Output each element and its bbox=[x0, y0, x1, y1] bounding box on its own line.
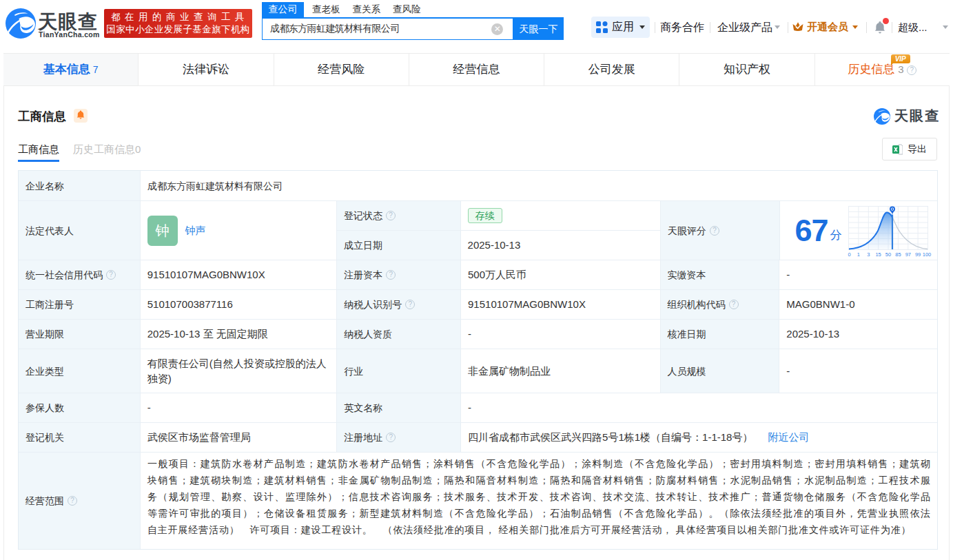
svg-text:100: 100 bbox=[922, 251, 931, 258]
svg-text:50: 50 bbox=[885, 251, 890, 258]
svg-text:85: 85 bbox=[895, 251, 901, 258]
svg-text:15: 15 bbox=[875, 251, 881, 258]
svg-text:99: 99 bbox=[914, 251, 920, 258]
svg-text:1: 1 bbox=[857, 251, 859, 258]
svg-text:97: 97 bbox=[905, 251, 910, 258]
svg-text:0: 0 bbox=[848, 251, 850, 258]
svg-text:3: 3 bbox=[867, 251, 870, 258]
